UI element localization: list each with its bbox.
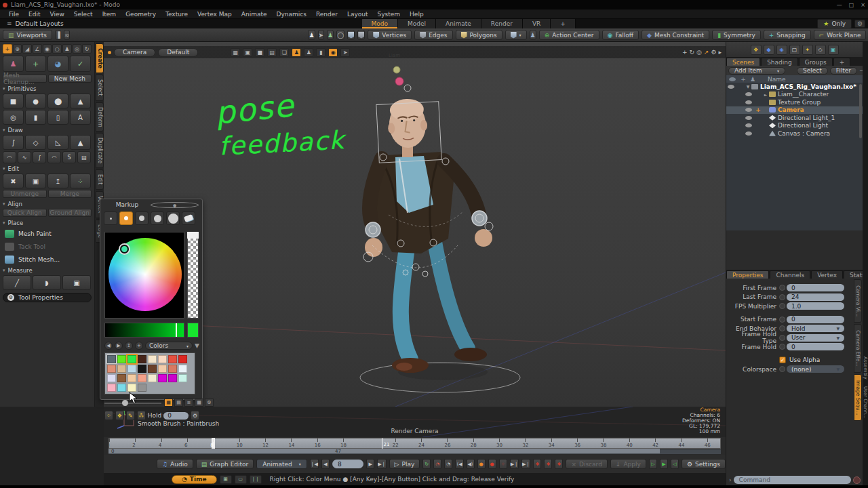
color-swatch[interactable] [158,374,167,382]
color-swatch[interactable] [117,374,126,382]
patch-tool-tile[interactable]: ▲ [70,135,91,150]
pivot-icon[interactable]: ♟ [327,30,334,40]
expander-icon[interactable]: ► [762,92,769,97]
next-key-icon[interactable]: ◀⟩ [467,459,475,469]
cone-primitive-tile[interactable]: ▲ [70,94,91,108]
selection-flag-icon[interactable]: + [754,91,762,98]
scene-panel-tab[interactable]: Shading [761,58,798,66]
cut-tool-tile[interactable]: ✖ [3,174,24,188]
view-options-gear-icon[interactable]: ⚙ [205,399,214,407]
loop-icon[interactable]: ↻ [422,459,431,469]
cherry-key-3-icon[interactable]: ❖ [555,459,563,469]
new-mesh-button[interactable]: New Mesh [48,75,92,83]
curve-tool-tile[interactable]: ∫ [3,135,24,150]
property-field[interactable]: (none) ▼ [787,365,844,373]
blue-gem-icon[interactable]: ◆ [764,45,774,55]
maximize-button[interactable]: □ [849,2,854,8]
brush-size-3-button[interactable] [135,211,149,225]
viewport-split-icon[interactable]: ▐ [55,30,61,40]
lasso-icon[interactable]: ◯ [336,30,344,40]
merge-button[interactable]: Merge [48,190,92,198]
selection-flag-icon[interactable]: + [754,99,762,106]
viewport-expand-icon[interactable]: ▸ [718,49,722,56]
add-key-icon[interactable]: ● [477,459,486,469]
markup-options-icon[interactable]: ● [151,202,199,208]
monitor-icon[interactable]: ▭ [235,475,247,484]
grid-view-icon[interactable]: ▤ [267,48,277,57]
add-palette-icon[interactable]: + [135,342,143,350]
visibility-eye-icon[interactable] [745,108,752,112]
color-swatch[interactable] [127,384,136,392]
layout-tab[interactable]: Model [398,19,436,28]
color-swatch[interactable] [117,355,126,363]
clock-tool-icon[interactable]: ○ [52,44,62,54]
tree-row[interactable]: + Directional Light_1 [726,114,863,122]
paint-fill-icon[interactable]: ⁂ [137,411,146,420]
menu-item[interactable]: Edit [24,11,45,18]
color-swatch[interactable] [168,374,177,382]
capsule-primitive-tile[interactable]: ▯ [47,110,68,125]
properties-tab[interactable]: Channels [770,270,810,279]
left-vertical-tab[interactable]: Edit [96,169,104,190]
text-primitive-tile[interactable]: A [70,110,91,125]
draw-header[interactable]: ▾Draw [3,127,92,134]
selection-flag-icon[interactable]: + [754,106,762,113]
visibility-eye-icon[interactable] [745,123,752,127]
stitch-mesh-tool[interactable]: Stitch Mesh... [3,253,92,265]
thumbnail-view-icon[interactable]: ▦ [164,399,173,407]
layout-tab[interactable]: Render [481,19,523,28]
mic-icon[interactable]: ▮ [316,48,326,57]
pan-icon[interactable]: + [682,49,688,56]
brush-size-4-button[interactable] [151,211,164,225]
color-swatch[interactable] [148,374,157,382]
command-input[interactable]: Command [734,476,851,484]
place-header[interactable]: ▾Place [3,220,92,226]
symmetry-button[interactable]: ▮Symmetry [712,30,761,40]
selection-flag-icon[interactable]: + [754,130,762,137]
color-swatch[interactable] [127,355,136,363]
align-header[interactable]: ▾Align [3,201,92,207]
alpha-slider-handle[interactable] [187,232,199,239]
range-thumb[interactable] [108,449,660,453]
sculpt-tool-icon[interactable]: ◉ [43,44,52,54]
discard-button[interactable]: ×Discard [566,459,607,469]
joint-icon[interactable]: ✓ [70,56,91,72]
key-pair-icon[interactable]: ⁘ [499,459,507,469]
properties-tab[interactable]: Vertex [811,270,843,279]
viewport-settings-icon[interactable]: ⚙ [711,49,716,56]
autokey-clock-icon[interactable]: ◔ [433,459,441,469]
menu-item[interactable]: Animate [237,11,272,18]
layers-view-icon[interactable]: ❏ [279,48,289,57]
cube-white-icon[interactable]: ▢ [789,45,800,55]
orbit-icon[interactable]: ↻ [689,49,694,56]
polygon-pen-tile[interactable]: ◺ [47,135,68,150]
text-tool-tile[interactable]: ▤ [77,151,91,163]
layout-tab[interactable]: VR [523,19,551,28]
graph-editor-button[interactable]: ▤Graph Editor [196,459,254,469]
vertices-mode-button[interactable]: Vertices [368,30,412,40]
property-field[interactable]: Hold ▼ [787,325,844,332]
slider-handle[interactable] [122,400,128,406]
menu-item[interactable]: Dynamics [271,11,311,18]
layout-gear-icon[interactable]: ⚙ [854,20,865,28]
go-to-start-button[interactable]: ❘◀ [310,459,319,469]
cherry-key-1-icon[interactable]: ❖ [533,459,541,469]
property-radio[interactable] [779,366,785,372]
detail-view-icon[interactable]: ▤ [174,399,183,407]
default-layouts-button[interactable]: ≡ Default Layouts [0,20,71,27]
ellipsoid-primitive-tile[interactable]: ⬤ [47,94,68,108]
cube-primitive-tile[interactable]: ■ [3,94,24,108]
material-mode-icon[interactable]: ♟ [530,30,536,40]
cylinder-primitive-tile[interactable]: ▮ [25,110,46,125]
layout-tab[interactable]: + [551,19,576,28]
refresh-tool-icon[interactable]: ↻ [82,44,92,54]
value-gradient-slider[interactable] [104,323,184,338]
go-to-end-button[interactable]: ▶❘ [377,459,386,469]
color-swatch[interactable] [168,355,177,363]
color-swatch[interactable] [127,374,136,382]
properties-side-tab[interactable]: Camera Vi... [854,279,862,323]
property-field[interactable]: 1.0 ▼ [787,302,844,310]
filter-button[interactable]: Filter [830,67,857,75]
pick-color-icon[interactable]: ⁘ [104,411,113,420]
torus-primitive-tile[interactable]: ◎ [3,110,24,125]
